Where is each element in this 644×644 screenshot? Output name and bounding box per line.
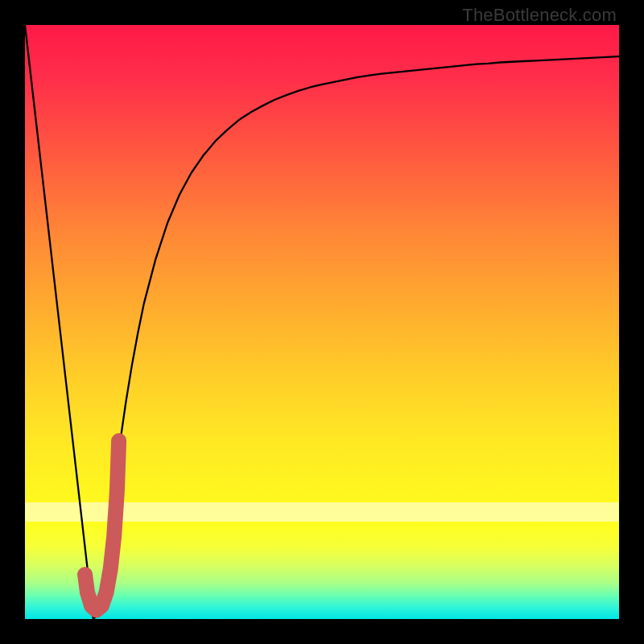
j-mark-icon [25,25,619,619]
plot-area [25,25,619,619]
chart-frame: TheBottleneck.com [0,0,644,644]
watermark-text: TheBottleneck.com [462,5,617,26]
